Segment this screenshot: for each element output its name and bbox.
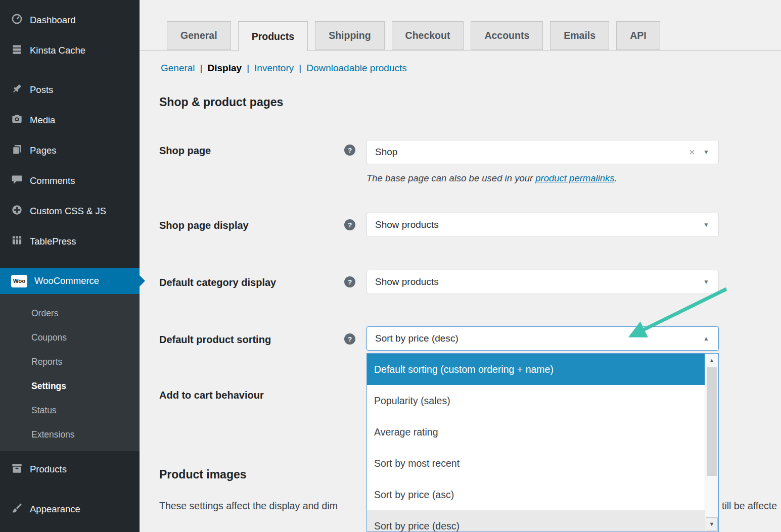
default-category-display-select[interactable]: Show products ▼ [366,270,719,294]
settings-tabs: General Products Shipping Checkout Accou… [167,21,660,51]
sidebar-item-label: Comments [30,175,75,186]
tab-checkout[interactable]: Checkout [392,21,464,50]
help-tip-icon[interactable]: ? [344,144,355,156]
subnav-separator: | [299,63,301,74]
product-permalinks-link[interactable]: product permalinks [535,173,614,183]
submenu-item-orders[interactable]: Orders [0,301,140,325]
chevron-down-icon[interactable]: ▼ [703,278,709,285]
subnav-downloadable-products[interactable]: Downloadable products [306,63,407,74]
admin-sidebar: Dashboard Kinsta Cache Posts Media Pages… [0,0,140,532]
sidebar-item-label: TablePress [30,236,76,247]
sidebar-item-label: Dashboard [30,15,76,26]
chevron-down-icon[interactable]: ▼ [703,221,709,228]
shop-page-display-label: Shop page display [159,220,249,231]
chevron-up-icon[interactable]: ▲ [703,335,709,342]
product-images-description: These settings affect the display and di… [159,500,338,512]
tab-shipping[interactable]: Shipping [315,21,384,50]
dropdown-option-average-rating[interactable]: Average rating [367,416,718,448]
shop-page-description: The base page can also be used in your p… [366,173,617,184]
camera-icon [11,113,23,127]
woocommerce-icon: Woo [11,275,27,287]
tab-api[interactable]: API [616,21,660,50]
tab-emails[interactable]: Emails [550,21,609,50]
shop-page-select[interactable]: Shop × ▼ [366,140,719,164]
sidebar-item-label: Products [30,464,67,475]
submenu-item-reports[interactable]: Reports [0,350,140,374]
default-product-sorting-select[interactable]: Sort by price (desc) ▲ [366,326,719,351]
scroll-down-icon[interactable]: ▼ [706,517,718,530]
box-icon [11,462,23,476]
shop-page-select-value: Shop [375,147,397,158]
product-images-title: Product images [159,468,247,481]
sidebar-item-comments[interactable]: Comments [0,166,140,196]
dropdown-option-price-asc[interactable]: Sort by price (asc) [367,479,718,510]
sidebar-item-media[interactable]: Media [0,105,140,135]
sidebar-item-label: Pages [30,145,56,156]
sidebar-item-woocommerce[interactable]: Woo WooCommerce [0,268,140,294]
sidebar-item-posts[interactable]: Posts [0,75,140,105]
add-to-cart-behaviour-label: Add to cart behaviour [159,390,264,401]
help-tip-icon[interactable]: ? [344,219,355,230]
sidebar-separator [0,66,140,75]
submenu-item-settings[interactable]: Settings [0,374,140,398]
cache-icon [11,43,23,58]
default-category-display-label: Default category display [159,277,276,288]
product-images-description-continued: till be affecte [722,500,777,512]
subnav-separator: | [200,63,203,74]
submenu-item-coupons[interactable]: Coupons [0,325,140,350]
scroll-up-icon[interactable]: ▲ [705,354,718,367]
speech-bubble-icon [11,174,23,188]
sidebar-item-label: Appearance [30,504,80,515]
woocommerce-submenu: Orders Coupons Reports Settings Status E… [0,294,140,451]
sidebar-item-label: WooCommerce [34,275,99,286]
pages-icon [11,143,23,158]
plus-circle-icon [11,204,23,218]
tab-products[interactable]: Products [238,21,308,51]
shop-page-label: Shop page [159,145,211,157]
table-icon [11,234,23,249]
pushpin-icon [11,83,23,97]
default-product-sorting-label: Default product sorting [159,334,271,346]
chevron-down-icon[interactable]: ▼ [703,149,709,156]
subnav-general[interactable]: General [161,63,195,74]
clear-selection-icon[interactable]: × [689,146,695,158]
dropdown-option-price-desc[interactable]: Sort by price (desc) [367,510,718,532]
paintbrush-icon [11,502,23,516]
sidebar-item-label: Custom CSS & JS [30,206,106,217]
subnav-inventory[interactable]: Inventory [254,63,294,74]
tab-accounts[interactable]: Accounts [471,21,543,50]
sidebar-item-kinsta-cache[interactable]: Kinsta Cache [0,35,140,66]
sidebar-item-tablepress[interactable]: TablePress [0,226,140,257]
submenu-item-status[interactable]: Status [0,398,140,422]
sidebar-item-custom-css-js[interactable]: Custom CSS & JS [0,196,140,226]
sidebar-item-label: Posts [30,84,53,95]
submenu-item-extensions[interactable]: Extensions [0,422,140,447]
products-subsections: General | Display | Inventory | Download… [161,63,407,74]
subnav-separator: | [247,63,249,74]
sorting-options-dropdown: Default sorting (custom ordering + name)… [366,353,719,532]
help-tip-icon[interactable]: ? [344,276,355,287]
help-tip-icon[interactable]: ? [344,333,355,345]
sidebar-item-label: Media [30,115,55,126]
sidebar-separator [0,257,140,268]
sidebar-item-pages[interactable]: Pages [0,135,140,166]
scrollbar-thumb[interactable] [707,367,717,476]
shop-page-display-select[interactable]: Show products ▼ [366,213,719,237]
dropdown-option-default-sorting[interactable]: Default sorting (custom ordering + name) [367,354,718,385]
sidebar-item-appearance[interactable]: Appearance [0,494,140,524]
dropdown-scrollbar[interactable]: ▲ ▼ [705,354,718,531]
active-menu-notch [140,275,145,286]
tab-general[interactable]: General [167,21,231,50]
sidebar-item-products[interactable]: Products [0,454,140,485]
woocommerce-settings-page: Dashboard Kinsta Cache Posts Media Pages… [0,0,781,532]
sidebar-item-dashboard[interactable]: Dashboard [0,5,140,35]
subnav-display-current[interactable]: Display [208,63,242,74]
section-title: Shop & product pages [159,95,283,109]
dropdown-option-popularity[interactable]: Popularity (sales) [367,385,718,416]
dropdown-option-most-recent[interactable]: Sort by most recent [367,448,718,479]
dashboard-icon [11,13,23,27]
sidebar-item-label: Kinsta Cache [30,45,85,56]
